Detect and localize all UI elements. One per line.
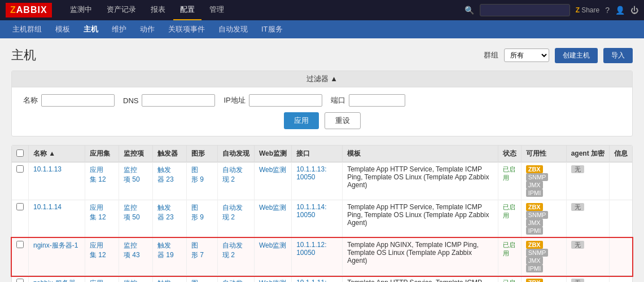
host-status: 已启用 <box>498 238 521 276</box>
filter-body: 名称 DNS IP地址 端口 应用 重设 <box>12 87 632 136</box>
encrypt-badge-4: 无 <box>571 279 584 282</box>
webmon-link-1[interactable]: Web监测 <box>259 166 286 174</box>
host-status: 已启用 <box>498 276 521 283</box>
dns-input[interactable] <box>142 94 215 107</box>
subnav-maintenance[interactable]: 维护 <box>105 21 133 38</box>
subnav-actions[interactable]: 动作 <box>133 21 161 38</box>
col-agent: agent 加密 <box>566 146 609 162</box>
encrypt-badge-3: 无 <box>571 241 584 249</box>
search-input[interactable] <box>480 4 570 16</box>
row-select-3[interactable] <box>16 241 24 248</box>
col-items: 监控项 <box>119 146 153 162</box>
graphs-link-1[interactable]: 图形 9 <box>191 166 204 183</box>
import-button[interactable]: 导入 <box>603 48 633 63</box>
encrypt-badge-2: 无 <box>571 203 584 211</box>
share-button[interactable]: Z Share <box>576 6 599 14</box>
discovery-link-2[interactable]: 自动发现 2 <box>222 204 243 221</box>
col-name[interactable]: 名称 ▲ <box>29 146 85 162</box>
host-interface: 10.1.1.12:10050 <box>292 238 343 276</box>
status-4: 已启用 <box>503 279 515 282</box>
host-name: nginx-服务器-1 <box>29 238 85 276</box>
nav-config[interactable]: 配置 <box>173 0 201 20</box>
host-link-3[interactable]: nginx-服务器-1 <box>33 241 78 249</box>
webmon-link-2[interactable]: Web监测 <box>259 204 286 211</box>
triggers-link-1[interactable]: 触发器 23 <box>157 166 174 183</box>
host-info <box>610 276 633 283</box>
host-webmon: Web监测 <box>255 276 292 283</box>
items-link-3[interactable]: 监控项 43 <box>124 241 140 259</box>
group-select[interactable]: 所有 <box>504 49 549 62</box>
host-templates: Template App HTTP Service, Template ICMP… <box>343 162 498 200</box>
apps-link-2[interactable]: 应用集 12 <box>90 204 106 221</box>
host-avail: ZBX SNMP JMX IPMI <box>521 162 566 200</box>
power-icon[interactable]: ⏻ <box>630 6 638 15</box>
col-templates: 模板 <box>343 146 498 162</box>
apply-button[interactable]: 应用 <box>284 112 319 129</box>
port-input[interactable] <box>349 94 405 107</box>
ip-input[interactable] <box>249 94 322 107</box>
apps-link-3[interactable]: 应用集 12 <box>90 241 106 259</box>
nav-reports[interactable]: 报表 <box>144 0 172 20</box>
col-triggers: 触发器 <box>153 146 187 162</box>
col-avail: 可用性 <box>521 146 566 162</box>
row-select-2[interactable] <box>16 203 24 210</box>
subnav-hostgroups[interactable]: 主机群组 <box>6 21 49 38</box>
row-select-4[interactable] <box>16 279 24 282</box>
interface-link-1[interactable]: 10.1.1.13:10050 <box>296 165 326 181</box>
apps-link-1[interactable]: 应用集 12 <box>90 166 106 183</box>
page-title: 主机 <box>11 47 484 64</box>
reset-button[interactable]: 重设 <box>325 112 361 129</box>
search-icon[interactable]: 🔍 <box>465 6 474 15</box>
items-link-1[interactable]: 监控项 50 <box>124 166 140 183</box>
subnav-templates[interactable]: 模板 <box>49 21 77 38</box>
interface-link-4[interactable]: 10.1.1.11:10050 <box>296 279 326 282</box>
subnav-itservices[interactable]: IT服务 <box>255 21 290 38</box>
create-host-button[interactable]: 创建主机 <box>555 48 598 63</box>
subnav-correlation[interactable]: 关联项事件 <box>161 21 212 38</box>
webmon-link-4[interactable]: Web监测 <box>259 279 286 282</box>
host-link-4[interactable]: zabbix-服务器 <box>33 279 76 282</box>
subnav-hosts[interactable]: 主机 <box>77 21 105 38</box>
graphs-link-4[interactable]: 图形 9 <box>191 279 204 282</box>
top-nav: ZABBIX 监测中 资产记录 报表 配置 管理 🔍 Z Share ? 👤 ⏻ <box>0 0 644 20</box>
host-status: 已启用 <box>498 162 521 200</box>
nav-assets[interactable]: 资产记录 <box>100 0 143 20</box>
host-discovery: 自动发现 2 <box>218 238 255 276</box>
zbx-badge-4: ZBX <box>526 279 543 282</box>
graphs-link-2[interactable]: 图形 9 <box>191 204 204 221</box>
filter-header[interactable]: 过滤器 ▲ <box>12 71 632 87</box>
nav-monitor[interactable]: 监测中 <box>63 0 99 20</box>
logo-z: Z <box>10 5 16 15</box>
graphs-link-3[interactable]: 图形 7 <box>191 241 204 259</box>
select-all-checkbox[interactable] <box>16 149 24 157</box>
interface-link-2[interactable]: 10.1.1.14:10050 <box>296 203 326 219</box>
subnav-discovery[interactable]: 自动发现 <box>212 21 255 38</box>
nav-admin[interactable]: 管理 <box>203 0 231 20</box>
webmon-link-3[interactable]: Web监测 <box>259 241 286 249</box>
apps-link-4[interactable]: 应用集 12 <box>90 279 106 282</box>
discovery-link-1[interactable]: 自动发现 2 <box>222 166 243 183</box>
host-webmon: Web监测 <box>255 238 292 276</box>
host-interface: 10.1.1.11:10050 <box>292 276 343 283</box>
triggers-link-2[interactable]: 触发器 23 <box>157 204 174 221</box>
discovery-link-3[interactable]: 自动发现 2 <box>222 241 243 259</box>
row-checkbox <box>12 200 29 238</box>
name-input[interactable] <box>41 94 115 107</box>
user-icon[interactable]: 👤 <box>615 6 625 15</box>
host-link-2[interactable]: 10.1.1.14 <box>33 203 62 211</box>
filter-section: 过滤器 ▲ 名称 DNS IP地址 端口 <box>11 70 633 136</box>
host-items: 监控项 50 <box>119 200 153 238</box>
host-link-1[interactable]: 10.1.1.13 <box>33 165 62 173</box>
zbx-badge-3: ZBX <box>526 241 543 249</box>
interface-link-3[interactable]: 10.1.1.12:10050 <box>296 241 326 257</box>
help-icon[interactable]: ? <box>605 6 610 15</box>
host-encrypt: 无 <box>566 238 609 276</box>
discovery-link-4[interactable]: 自动发现 2 <box>222 279 243 282</box>
triggers-link-3[interactable]: 触发器 19 <box>157 241 174 259</box>
items-link-2[interactable]: 监控项 50 <box>124 204 140 221</box>
zbx-badge-2: ZBX <box>526 203 543 211</box>
ipmi-badge-2: IPMI <box>526 227 544 235</box>
row-select-1[interactable] <box>16 165 24 173</box>
triggers-link-4[interactable]: 触发器 23 <box>157 279 174 282</box>
items-link-4[interactable]: 监控项 50 <box>124 279 140 282</box>
